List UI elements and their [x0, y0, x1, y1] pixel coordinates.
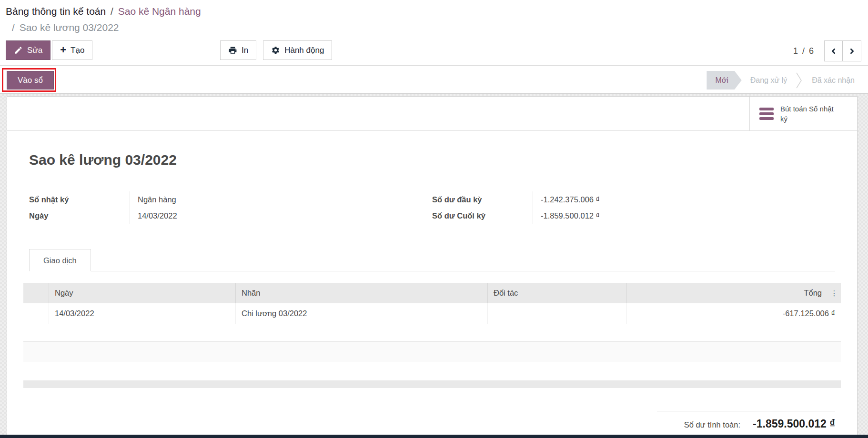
empty-filler-row: [23, 361, 841, 380]
create-button[interactable]: + Tạo: [52, 40, 92, 60]
pager-next-button[interactable]: [843, 40, 861, 61]
printer-icon: [228, 46, 237, 55]
form-sheet: Bút toán Sổ nhật ký Sao kê lương 03/2022…: [7, 96, 858, 435]
handle-column-header: [23, 283, 49, 303]
column-header-partner[interactable]: Đối tác: [488, 283, 627, 303]
pencil-icon: [14, 46, 23, 55]
button-box: Bút toán Sổ nhật ký: [7, 97, 857, 131]
pager-value: 1 / 6: [793, 46, 815, 56]
row-total-cell: -617.125.006 ₫: [627, 303, 841, 324]
control-panel: Sửa + Tạo In Hành động 1 / 6: [0, 36, 868, 65]
action-menu-button[interactable]: Hành động: [263, 40, 332, 60]
journal-entries-bars-icon: [759, 108, 774, 120]
step-separator-chevron-icon: [796, 71, 803, 90]
statusbar: Vào sổ Mới Đang xử lý Đã xác nhận: [0, 65, 868, 94]
form-view-background: Bút toán Sổ nhật ký Sao kê lương 03/2022…: [0, 94, 868, 435]
chevron-left-icon: [829, 47, 838, 55]
post-button[interactable]: Vào sổ: [7, 71, 54, 90]
empty-striped-row: [23, 341, 841, 361]
table-header-row: Ngày Nhãn Đối tác Tổng ⋮: [23, 283, 841, 303]
computed-balance-label: Số dư tính toán:: [684, 420, 740, 429]
row-label-cell: Chi lương 03/2022: [236, 303, 488, 324]
ending-balance-value: -1.859.500.012 ₫: [533, 208, 656, 224]
column-header-total[interactable]: Tổng: [627, 283, 828, 303]
column-header-date[interactable]: Ngày: [49, 283, 236, 303]
table-row[interactable]: 14/03/2022 Chi lương 03/2022 -617.125.00…: [23, 303, 841, 324]
journal-field-label: Sổ nhật ký: [29, 195, 130, 204]
edit-button-label: Sửa: [27, 46, 42, 55]
date-field-label: Ngày: [29, 211, 130, 220]
journal-entries-stat-button[interactable]: Bút toán Sổ nhật ký: [749, 97, 857, 130]
create-button-label: Tạo: [71, 46, 84, 55]
status-step-new[interactable]: Mới: [707, 71, 741, 90]
edit-button[interactable]: Sửa: [6, 40, 50, 60]
breadcrumb: Bảng thông tin kế toán / Sao kê Ngân hàn…: [0, 0, 868, 36]
starting-balance-label: Số dư đầu kỳ: [432, 195, 533, 204]
empty-filler-row: [23, 324, 841, 341]
table-footer-band: [23, 380, 841, 388]
pager-previous-button[interactable]: [824, 40, 843, 61]
column-options-kebab-icon[interactable]: ⋮: [828, 289, 841, 298]
breadcrumb-item-dashboard[interactable]: Bảng thông tin kế toán: [6, 6, 106, 17]
starting-balance-value: -1.242.375.006 ₫: [533, 191, 656, 208]
journal-field-value: Ngân hàng: [130, 191, 253, 208]
journal-entries-stat-label: Bút toán Sổ nhật ký: [780, 104, 838, 124]
status-step-confirmed[interactable]: Đã xác nhận: [803, 71, 863, 90]
print-button-label: In: [242, 46, 248, 55]
pager: 1 / 6: [793, 40, 861, 61]
notebook: Giao dịch Ngày Nhãn Đối tác Tổng ⋮ 14/03…: [29, 249, 835, 430]
gear-icon: [271, 46, 280, 55]
transactions-table: Ngày Nhãn Đối tác Tổng ⋮ 14/03/2022 Chi …: [23, 283, 841, 388]
breadcrumb-item-bank-statements[interactable]: Sao kê Ngân hàng: [118, 6, 201, 17]
chevron-right-icon: [848, 47, 856, 55]
status-step-processing[interactable]: Đang xử lý: [742, 71, 796, 90]
row-partner-cell: [488, 303, 627, 324]
action-menu-button-label: Hành động: [284, 46, 324, 55]
row-handle-cell: [23, 303, 49, 324]
row-date-cell: 14/03/2022: [49, 303, 236, 324]
tab-transactions[interactable]: Giao dịch: [29, 249, 91, 271]
date-field-value: 14/03/2022: [130, 208, 253, 224]
record-title: Sao kê lương 03/2022: [29, 152, 835, 168]
field-group-left: Sổ nhật ký Ngân hàng Ngày 14/03/2022: [29, 191, 432, 224]
field-group-right: Số dư đầu kỳ -1.242.375.006 ₫ Số dư Cuối…: [432, 191, 835, 224]
ending-balance-label: Số dư Cuối kỳ: [432, 211, 533, 220]
computed-balance-value: -1.859.500.012 ₫: [753, 418, 835, 430]
breadcrumb-separator: /: [109, 6, 115, 17]
plus-icon: +: [60, 45, 66, 55]
computed-balance: Số dư tính toán: -1.859.500.012 ₫: [657, 411, 835, 430]
field-groups: Sổ nhật ký Ngân hàng Ngày 14/03/2022 Số …: [29, 191, 835, 224]
breadcrumb-item-current: Sao kê lương 03/2022: [20, 22, 119, 33]
bottom-window-edge-bar: [0, 435, 868, 438]
column-header-label[interactable]: Nhãn: [236, 283, 488, 303]
breadcrumb-separator: /: [10, 22, 17, 33]
statusbar-steps: Mới Đang xử lý Đã xác nhận: [707, 71, 863, 90]
print-button[interactable]: In: [220, 40, 256, 60]
